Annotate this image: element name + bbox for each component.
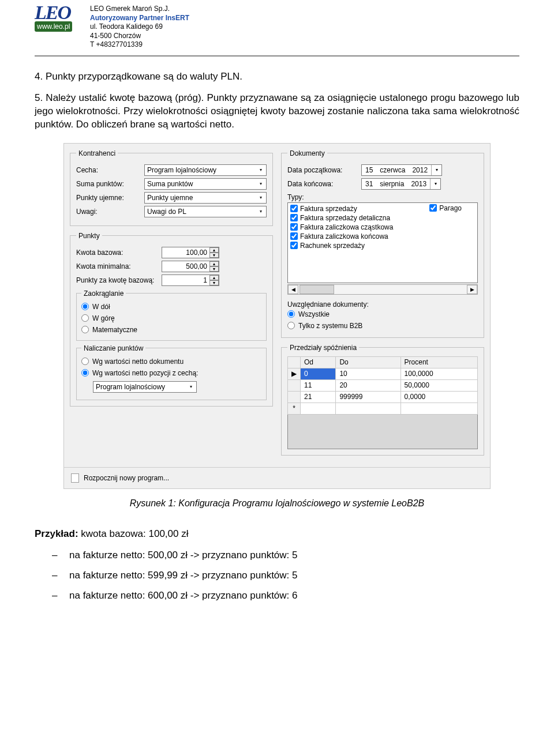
radio-wg-pozycji-input[interactable] (81, 369, 89, 377)
chevron-down-icon[interactable]: ▾ (186, 382, 196, 392)
radio-b2b-input[interactable] (287, 322, 295, 329)
radio-wszystkie[interactable]: Wszystkie (287, 309, 478, 320)
chk-faktura-zaliczkowa-koncowa[interactable]: Faktura zaliczkowa końcowa (290, 232, 475, 241)
chevron-down-icon[interactable]: ▾ (431, 165, 441, 175)
chk-label: Rachunek sprzedaży (300, 242, 365, 250)
company-info: LEO Gmerek Maroń Sp.J. Autoryzowany Part… (90, 5, 189, 50)
radio-w-gore[interactable]: W górę (81, 313, 261, 324)
group-naliczanie: Naliczanie punktów Wg wartości netto dok… (76, 344, 267, 400)
radio-wg-dokumentu-input[interactable] (81, 358, 89, 365)
radio-wg-pozycji[interactable]: Wg wartości netto pozycji z cechą: (81, 367, 261, 379)
scroll-thumb[interactable] (300, 285, 334, 294)
chk-label: Faktura sprzedaży (300, 205, 357, 213)
typy-checklist[interactable]: Faktura sprzedaży Faktura sprzedaży deta… (287, 202, 478, 283)
table-row-new[interactable]: * (288, 403, 478, 414)
checkbox[interactable] (290, 223, 298, 231)
chevron-down-icon[interactable]: ▾ (430, 179, 440, 189)
col-procent[interactable]: Procent (400, 356, 477, 368)
combo-ujemne-input[interactable] (144, 192, 267, 204)
date-koncowa[interactable]: 31 sierpnia 2013 ▾ (361, 178, 441, 190)
cell-od[interactable]: 21 (301, 391, 336, 403)
col-do[interactable]: Do (336, 356, 400, 368)
date-month[interactable]: sierpnia (376, 180, 407, 188)
grid-empty-area (287, 415, 478, 449)
checkbox[interactable] (290, 232, 298, 240)
cell-od[interactable] (301, 403, 336, 414)
scroll-track[interactable] (334, 285, 467, 294)
col-od[interactable]: Od (301, 356, 336, 368)
cell-do[interactable] (336, 403, 400, 414)
checkbox[interactable] (290, 242, 298, 249)
combo-suma-input[interactable] (144, 178, 267, 190)
radio-w-dol[interactable]: W dół (81, 301, 261, 313)
chevron-down-icon[interactable]: ▾ (256, 166, 265, 175)
chevron-down-icon[interactable]: ▾ (256, 193, 265, 202)
checkbox[interactable] (290, 214, 298, 221)
chevron-down-icon[interactable]: ▾ (256, 207, 265, 216)
scroll-right-icon[interactable]: ▶ (467, 285, 477, 294)
link-label: Rozpocznij nowy program... (84, 474, 169, 482)
company-line: T +48327701339 (90, 40, 189, 50)
chk-rachunek-sprzedazy[interactable]: Rachunek sprzedaży (290, 241, 475, 250)
combo-uwagi[interactable]: ▾ (144, 206, 267, 217)
link-rozpocznij-nowy-program[interactable]: Rozpocznij nowy program... (64, 467, 490, 488)
cell-do[interactable]: 10 (336, 368, 400, 379)
combo-naliczanie-cecha-input[interactable] (93, 381, 197, 393)
radio-wszystkie-label: Wszystkie (298, 310, 330, 318)
radio-w-gore-input[interactable] (81, 314, 89, 322)
cell-procent[interactable]: 50,0000 (400, 379, 477, 391)
spinner-buttons[interactable]: ▲▼ (209, 247, 219, 258)
combo-naliczanie-cecha[interactable]: ▾ (93, 381, 197, 393)
date-poczatkowa[interactable]: 15 czerwca 2012 ▾ (361, 164, 442, 176)
checkbox[interactable] (290, 205, 298, 212)
cell-procent[interactable]: 100,0000 (400, 368, 477, 379)
cell-procent[interactable] (400, 403, 477, 414)
spinner-buttons[interactable]: ▲▼ (209, 261, 219, 272)
radio-matematyczne-input[interactable] (81, 326, 89, 333)
cell-od[interactable]: 0 (301, 368, 336, 379)
radio-w-dol-input[interactable] (81, 303, 89, 310)
label-uwzgledniane: Uwzględniane dokumenty: (287, 300, 478, 309)
cell-od[interactable]: 11 (301, 379, 336, 391)
radio-matematyczne-label: Matematyczne (92, 326, 137, 334)
chk-faktura-detaliczna[interactable]: Faktura sprzedaży detaliczna (290, 213, 475, 223)
cell-procent[interactable]: 0,0000 (400, 391, 477, 403)
combo-uwagi-input[interactable] (144, 206, 267, 217)
table-row[interactable]: 11 20 50,0000 (288, 379, 478, 391)
group-kontrahenci: Kontrahenci Cecha: ▾ Suma punktów: (70, 149, 273, 226)
spin-punkty-za[interactable]: ▲▼ (162, 274, 219, 286)
chevron-down-icon[interactable]: ▾ (256, 179, 265, 189)
example-section: Przykład: kwota bazowa: 100,00 zł na fak… (35, 526, 519, 606)
combo-ujemne[interactable]: ▾ (144, 192, 267, 204)
checkbox[interactable] (429, 204, 437, 212)
scroll-left-icon[interactable]: ◀ (288, 285, 298, 294)
radio-wszystkie-input[interactable] (287, 310, 295, 318)
spinner-buttons[interactable]: ▲▼ (209, 275, 219, 285)
spin-kwota-min[interactable]: ▲▼ (162, 261, 219, 272)
table-row[interactable]: ▶ 0 10 100,0000 (288, 368, 478, 379)
date-month[interactable]: czerwca (376, 166, 409, 174)
spin-kwota-bazowa[interactable]: ▲▼ (162, 247, 219, 258)
table-row[interactable]: 21 999999 0,0000 (288, 391, 478, 403)
combo-cecha-input[interactable] (144, 164, 267, 176)
radio-b2b[interactable]: Tylko z systemu B2B (287, 320, 478, 332)
group-zaokraglanie: Zaokrąglanie W dół W górę (76, 289, 267, 341)
date-day[interactable]: 31 (362, 180, 376, 188)
chk-paragon[interactable]: Parago (429, 204, 462, 213)
combo-suma[interactable]: ▾ (144, 178, 267, 190)
date-year[interactable]: 2013 (407, 180, 430, 188)
label-data-poczatkowa: Data początkowa: (287, 166, 357, 174)
cell-do[interactable]: 20 (336, 379, 400, 391)
date-day[interactable]: 15 (362, 166, 376, 174)
label-uwagi: Uwagi: (76, 208, 140, 216)
cell-do[interactable]: 999999 (336, 391, 400, 403)
date-year[interactable]: 2012 (409, 166, 431, 174)
combo-cecha[interactable]: ▾ (144, 164, 267, 176)
chk-faktura-zaliczkowa-czastkowa[interactable]: Faktura zaliczkowa cząstkowa (290, 223, 475, 232)
typy-scrollbar[interactable]: ◀ ▶ (287, 284, 478, 295)
radio-wg-dokumentu[interactable]: Wg wartości netto dokumentu (81, 356, 261, 367)
label-typy: Typy: (287, 193, 478, 201)
radio-matematyczne[interactable]: Matematyczne (81, 324, 261, 336)
grid-spoznienia[interactable]: Od Do Procent ▶ 0 10 100,000 (287, 356, 478, 415)
radio-wg-dokumentu-label: Wg wartości netto dokumentu (92, 358, 184, 366)
